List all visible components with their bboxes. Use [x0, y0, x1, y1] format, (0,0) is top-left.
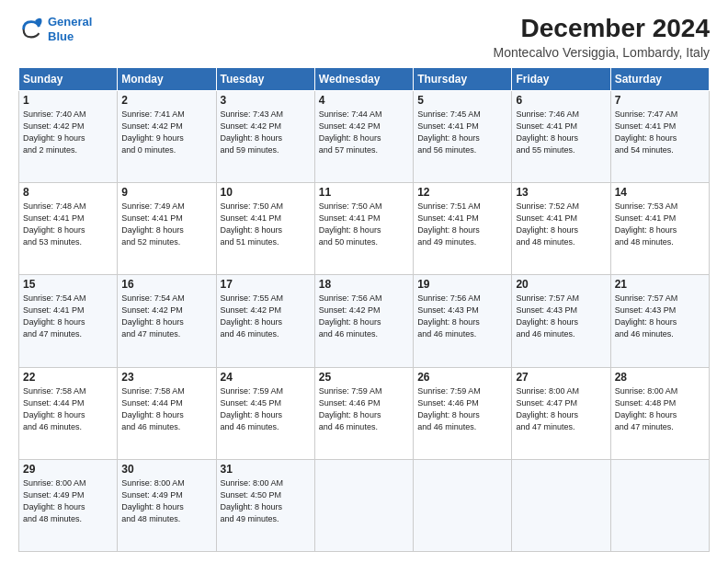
day-cell: 25Sunrise: 7:59 AM Sunset: 4:46 PM Dayli… — [314, 367, 413, 459]
day-number: 13 — [516, 186, 606, 199]
day-info: Sunrise: 7:57 AM Sunset: 4:43 PM Dayligh… — [516, 293, 606, 340]
day-number: 1 — [23, 94, 113, 107]
day-info: Sunrise: 7:49 AM Sunset: 4:41 PM Dayligh… — [121, 201, 211, 248]
day-number: 4 — [319, 94, 409, 107]
day-number: 2 — [121, 94, 211, 107]
logo-text: General Blue — [48, 15, 92, 43]
day-number: 5 — [417, 94, 507, 107]
header-day-friday: Friday — [512, 67, 610, 90]
day-cell: 9Sunrise: 7:49 AM Sunset: 4:41 PM Daylig… — [118, 183, 216, 275]
header-day-sunday: Sunday — [19, 67, 118, 90]
day-info: Sunrise: 7:56 AM Sunset: 4:43 PM Dayligh… — [417, 293, 507, 340]
day-cell — [414, 459, 512, 551]
day-cell: 22Sunrise: 7:58 AM Sunset: 4:44 PM Dayli… — [19, 367, 118, 459]
day-number: 25 — [319, 371, 409, 384]
week-row-0: 1Sunrise: 7:40 AM Sunset: 4:42 PM Daylig… — [19, 90, 710, 182]
day-info: Sunrise: 8:00 AM Sunset: 4:49 PM Dayligh… — [121, 477, 211, 525]
day-info: Sunrise: 7:50 AM Sunset: 4:41 PM Dayligh… — [221, 201, 311, 248]
day-cell: 12Sunrise: 7:51 AM Sunset: 4:41 PM Dayli… — [414, 183, 512, 275]
day-info: Sunrise: 7:58 AM Sunset: 4:44 PM Dayligh… — [23, 385, 113, 433]
main-title: December 2024 — [493, 15, 710, 43]
day-info: Sunrise: 8:00 AM Sunset: 4:50 PM Dayligh… — [221, 477, 311, 525]
day-info: Sunrise: 7:54 AM Sunset: 4:42 PM Dayligh… — [121, 293, 211, 340]
day-info: Sunrise: 7:47 AM Sunset: 4:41 PM Dayligh… — [615, 109, 705, 156]
day-cell: 16Sunrise: 7:54 AM Sunset: 4:42 PM Dayli… — [118, 275, 216, 367]
calendar-table: SundayMondayTuesdayWednesdayThursdayFrid… — [18, 67, 710, 552]
day-number: 31 — [221, 463, 311, 476]
day-number: 18 — [319, 278, 409, 291]
day-info: Sunrise: 7:45 AM Sunset: 4:41 PM Dayligh… — [417, 109, 507, 156]
day-cell: 20Sunrise: 7:57 AM Sunset: 4:43 PM Dayli… — [512, 275, 610, 367]
subtitle: Montecalvo Versiggia, Lombardy, Italy — [493, 45, 710, 60]
header-day-wednesday: Wednesday — [314, 67, 413, 90]
day-cell: 1Sunrise: 7:40 AM Sunset: 4:42 PM Daylig… — [19, 90, 118, 182]
day-cell: 11Sunrise: 7:50 AM Sunset: 4:41 PM Dayli… — [314, 183, 413, 275]
logo: General Blue — [18, 15, 92, 43]
day-cell: 5Sunrise: 7:45 AM Sunset: 4:41 PM Daylig… — [414, 90, 512, 182]
day-info: Sunrise: 7:59 AM Sunset: 4:46 PM Dayligh… — [319, 385, 409, 433]
day-cell: 2Sunrise: 7:41 AM Sunset: 4:42 PM Daylig… — [118, 90, 216, 182]
header: General Blue December 2024 Montecalvo Ve… — [18, 15, 710, 60]
day-number: 14 — [615, 186, 705, 199]
day-number: 29 — [23, 463, 113, 476]
day-cell: 14Sunrise: 7:53 AM Sunset: 4:41 PM Dayli… — [610, 183, 709, 275]
logo-line1: General — [48, 15, 92, 29]
day-info: Sunrise: 7:43 AM Sunset: 4:42 PM Dayligh… — [221, 109, 311, 156]
day-info: Sunrise: 7:59 AM Sunset: 4:45 PM Dayligh… — [221, 385, 311, 433]
day-info: Sunrise: 7:56 AM Sunset: 4:42 PM Dayligh… — [319, 293, 409, 340]
day-cell: 29Sunrise: 8:00 AM Sunset: 4:49 PM Dayli… — [19, 459, 118, 551]
page: General Blue December 2024 Montecalvo Ve… — [0, 0, 728, 563]
day-info: Sunrise: 8:00 AM Sunset: 4:49 PM Dayligh… — [23, 477, 113, 525]
day-info: Sunrise: 7:51 AM Sunset: 4:41 PM Dayligh… — [417, 201, 507, 248]
day-cell: 19Sunrise: 7:56 AM Sunset: 4:43 PM Dayli… — [414, 275, 512, 367]
day-info: Sunrise: 7:44 AM Sunset: 4:42 PM Dayligh… — [319, 109, 409, 156]
day-info: Sunrise: 7:54 AM Sunset: 4:41 PM Dayligh… — [23, 293, 113, 340]
day-number: 24 — [221, 371, 311, 384]
logo-line2: Blue — [48, 29, 74, 43]
day-cell: 28Sunrise: 8:00 AM Sunset: 4:48 PM Dayli… — [610, 367, 709, 459]
day-number: 23 — [121, 371, 211, 384]
day-cell: 13Sunrise: 7:52 AM Sunset: 4:41 PM Dayli… — [512, 183, 610, 275]
day-cell: 8Sunrise: 7:48 AM Sunset: 4:41 PM Daylig… — [19, 183, 118, 275]
header-day-tuesday: Tuesday — [216, 67, 314, 90]
day-info: Sunrise: 7:50 AM Sunset: 4:41 PM Dayligh… — [319, 201, 409, 248]
day-cell: 15Sunrise: 7:54 AM Sunset: 4:41 PM Dayli… — [19, 275, 118, 367]
day-info: Sunrise: 7:53 AM Sunset: 4:41 PM Dayligh… — [615, 201, 705, 248]
day-cell: 7Sunrise: 7:47 AM Sunset: 4:41 PM Daylig… — [610, 90, 709, 182]
day-number: 6 — [516, 94, 606, 107]
day-cell — [512, 459, 610, 551]
day-cell: 26Sunrise: 7:59 AM Sunset: 4:46 PM Dayli… — [414, 367, 512, 459]
day-cell: 10Sunrise: 7:50 AM Sunset: 4:41 PM Dayli… — [216, 183, 314, 275]
day-number: 9 — [121, 186, 211, 199]
day-info: Sunrise: 7:58 AM Sunset: 4:44 PM Dayligh… — [121, 385, 211, 433]
day-number: 26 — [417, 371, 507, 384]
day-cell: 30Sunrise: 8:00 AM Sunset: 4:49 PM Dayli… — [118, 459, 216, 551]
day-cell: 17Sunrise: 7:55 AM Sunset: 4:42 PM Dayli… — [216, 275, 314, 367]
day-info: Sunrise: 8:00 AM Sunset: 4:47 PM Dayligh… — [516, 385, 606, 433]
day-info: Sunrise: 7:59 AM Sunset: 4:46 PM Dayligh… — [417, 385, 507, 433]
header-row: SundayMondayTuesdayWednesdayThursdayFrid… — [19, 67, 710, 90]
day-number: 22 — [23, 371, 113, 384]
day-number: 21 — [615, 278, 705, 291]
day-number: 10 — [221, 186, 311, 199]
day-info: Sunrise: 7:57 AM Sunset: 4:43 PM Dayligh… — [615, 293, 705, 340]
day-cell: 6Sunrise: 7:46 AM Sunset: 4:41 PM Daylig… — [512, 90, 610, 182]
day-number: 15 — [23, 278, 113, 291]
day-number: 3 — [221, 94, 311, 107]
day-info: Sunrise: 7:52 AM Sunset: 4:41 PM Dayligh… — [516, 201, 606, 248]
day-cell — [610, 459, 709, 551]
day-cell: 18Sunrise: 7:56 AM Sunset: 4:42 PM Dayli… — [314, 275, 413, 367]
day-number: 30 — [121, 463, 211, 476]
day-number: 20 — [516, 278, 606, 291]
day-info: Sunrise: 7:48 AM Sunset: 4:41 PM Dayligh… — [23, 201, 113, 248]
logo-icon — [18, 17, 44, 42]
day-number: 17 — [221, 278, 311, 291]
title-block: December 2024 Montecalvo Versiggia, Lomb… — [493, 15, 710, 60]
week-row-3: 22Sunrise: 7:58 AM Sunset: 4:44 PM Dayli… — [19, 367, 710, 459]
day-number: 7 — [615, 94, 705, 107]
day-info: Sunrise: 7:46 AM Sunset: 4:41 PM Dayligh… — [516, 109, 606, 156]
day-cell: 31Sunrise: 8:00 AM Sunset: 4:50 PM Dayli… — [216, 459, 314, 551]
day-number: 16 — [121, 278, 211, 291]
day-number: 28 — [615, 371, 705, 384]
day-cell: 4Sunrise: 7:44 AM Sunset: 4:42 PM Daylig… — [314, 90, 413, 182]
